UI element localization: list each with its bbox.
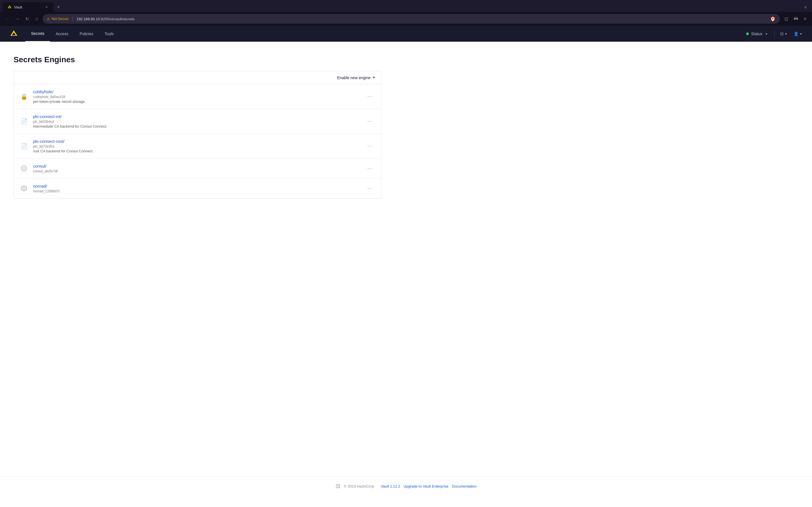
footer-docs-link[interactable]: Documentation — [452, 484, 476, 489]
security-label: Not Secure — [52, 17, 68, 21]
engine-info-nomad: nomad/ nomad_120b0d7c — [33, 184, 364, 193]
tab-favicon — [7, 5, 12, 9]
engine-row-pki-connect-root: 📄 pki-connect-root/ pki_3d73e35a root CA… — [14, 134, 381, 159]
engine-row-consul: consul/ consul_ab2fc7df ··· — [14, 159, 381, 179]
vault-logo[interactable] — [7, 26, 21, 42]
nav-bar: ← → ↻ ☆ ⚠ Not Secure | 192.168.60.10:820… — [0, 12, 812, 26]
engine-icon-nomad — [19, 184, 29, 193]
footer: © 2023 HashiCorp Vault 1.12.2 Upgrade to… — [0, 476, 812, 496]
display-chevron-icon: ▾ — [785, 32, 787, 36]
engines-toolbar: Enable new engine + — [14, 71, 381, 84]
svg-point-4 — [21, 166, 27, 171]
engine-info-pki-connect-root: pki-connect-root/ pki_3d73e35a root CA b… — [33, 139, 364, 153]
app-nav: Secrets Access Policies Tools — [26, 26, 742, 42]
svg-rect-8 — [338, 484, 340, 486]
warning-icon: ⚠ — [47, 17, 50, 21]
display-icon: ⊡ — [780, 32, 783, 36]
reload-button[interactable]: ↻ — [24, 15, 31, 23]
address-bar[interactable]: ⚠ Not Secure | 192.168.60.10:8200/ui/vau… — [43, 14, 780, 24]
footer-vault-version-link[interactable]: Vault 1.12.2 — [381, 484, 400, 489]
url-domain: 192.168.60.10 — [77, 17, 100, 21]
nomad-icon — [21, 185, 27, 191]
address-separator: | — [72, 16, 73, 21]
enable-engine-label: Enable new engine — [337, 75, 370, 80]
browser-menu-button[interactable]: ≡ — [802, 15, 809, 22]
status-button[interactable]: Status ▾ — [742, 26, 772, 42]
url-path: :8200/ui/vault/secrets — [100, 17, 135, 21]
enable-engine-button[interactable]: Enable new engine + — [337, 75, 375, 80]
tab-bar: Vault × + ∨ — [0, 0, 812, 12]
engine-icon-cubbyhole: 🔒 — [19, 92, 29, 101]
tab-close-button[interactable]: × — [44, 4, 49, 10]
doc-icon: 📄 — [20, 118, 28, 125]
footer-upgrade-link[interactable]: Upgrade to Vault Enterprise — [403, 484, 448, 489]
engine-menu-button-pki-connect-int[interactable]: ··· — [364, 117, 375, 125]
engine-desc-pki-connect-int: intermediate CA backend for Consul Conne… — [33, 124, 364, 128]
forward-button[interactable]: → — [13, 15, 21, 22]
engine-icon-pki-connect-int: 📄 — [19, 117, 29, 126]
engines-container: Enable new engine + 🔒 cubbyhole/ cubbyho… — [13, 71, 381, 199]
consul-icon — [21, 165, 27, 172]
status-dot — [746, 33, 749, 35]
engine-menu-button-cubbyhole[interactable]: ··· — [364, 93, 375, 101]
status-label: Status — [751, 32, 762, 36]
security-indicator: ⚠ Not Secure — [47, 17, 68, 21]
new-tab-button[interactable]: + — [55, 3, 62, 11]
engine-desc-pki-connect-root: root CA backend for Consul Connect — [33, 149, 364, 153]
header-user-button[interactable]: 👤 ▾ — [790, 26, 805, 42]
engine-info-consul: consul/ consul_ab2fc7df — [33, 164, 364, 173]
engine-name-cubbyhole[interactable]: cubbyhole/ — [33, 89, 54, 94]
nav-item-secrets[interactable]: Secrets — [26, 26, 50, 42]
engine-row-cubbyhole: 🔒 cubbyhole/ cubbyhole_8a0ac428 per-toke… — [14, 84, 381, 109]
back-button[interactable]: ← — [3, 15, 11, 22]
engine-menu-button-consul[interactable]: ··· — [364, 165, 375, 173]
header-divider — [774, 30, 774, 38]
browser-chrome: Vault × + ∨ ← → ↻ ☆ ⚠ Not Secure | 192.1… — [0, 0, 812, 26]
svg-rect-10 — [338, 487, 340, 489]
brave-shield-icon[interactable] — [770, 16, 776, 22]
enable-engine-plus-icon: + — [372, 75, 375, 80]
footer-logo — [336, 484, 341, 489]
active-tab[interactable]: Vault × — [3, 2, 54, 12]
engine-accessor-pki-connect-int: pki_b643b4cd — [33, 120, 364, 124]
nav-item-tools[interactable]: Tools — [99, 26, 119, 42]
doc-icon: 📄 — [20, 143, 28, 150]
tab-title: Vault — [14, 5, 42, 9]
svg-marker-6 — [22, 187, 25, 189]
engine-accessor-nomad: nomad_120b0d7c — [33, 189, 364, 193]
engine-menu-button-pki-connect-root[interactable]: ··· — [364, 142, 375, 150]
nav-item-policies[interactable]: Policies — [74, 26, 99, 42]
app-header-right: Status ▾ ⊡ ▾ 👤 ▾ — [742, 26, 805, 42]
page-title: Secrets Engines — [13, 55, 381, 64]
address-url: 192.168.60.10:8200/ui/vault/secrets — [77, 17, 767, 21]
engine-row-nomad: nomad/ nomad_120b0d7c ··· — [14, 179, 381, 198]
user-icon: 👤 — [794, 32, 799, 36]
expand-tabs-button[interactable]: ∨ — [802, 4, 809, 10]
nav-item-access[interactable]: Access — [50, 26, 74, 42]
svg-marker-5 — [21, 186, 27, 191]
status-chevron-icon: ▾ — [766, 32, 767, 36]
svg-rect-9 — [336, 487, 338, 489]
lock-icon: 🔒 — [20, 93, 28, 100]
bookmark-button[interactable]: ☆ — [33, 15, 40, 23]
engine-accessor-cubbyhole: cubbyhole_8a0ac428 — [33, 95, 364, 99]
engine-info-pki-connect-int: pki-connect-int/ pki_b643b4cd intermedia… — [33, 114, 364, 128]
header-display-button[interactable]: ⊡ ▾ — [777, 26, 790, 42]
engine-icon-consul — [19, 164, 29, 173]
footer-copyright: © 2023 HashiCorp — [344, 484, 374, 489]
engine-name-consul[interactable]: consul/ — [33, 164, 47, 168]
engine-name-pki-connect-root[interactable]: pki-connect-root/ — [33, 139, 64, 144]
browser-display-button[interactable]: ⊡ — [782, 15, 790, 23]
engine-name-pki-connect-int[interactable]: pki-connect-int/ — [33, 114, 62, 119]
main-content: Secrets Engines Enable new engine + 🔒 cu… — [0, 42, 395, 476]
engine-icon-pki-connect-root: 📄 — [19, 142, 29, 151]
browser-glasses-button[interactable]: 🕶 — [792, 15, 801, 22]
browser-nav-right: ⊡ 🕶 ≡ — [782, 15, 809, 23]
engine-name-nomad[interactable]: nomad/ — [33, 184, 47, 188]
engine-menu-button-nomad[interactable]: ··· — [364, 184, 375, 193]
engines-list: 🔒 cubbyhole/ cubbyhole_8a0ac428 per-toke… — [14, 84, 381, 198]
app-header: Secrets Access Policies Tools Status ▾ ⊡… — [0, 26, 812, 42]
engine-accessor-consul: consul_ab2fc7df — [33, 169, 364, 173]
user-chevron-icon: ▾ — [800, 32, 802, 36]
engine-info-cubbyhole: cubbyhole/ cubbyhole_8a0ac428 per-token … — [33, 89, 364, 104]
